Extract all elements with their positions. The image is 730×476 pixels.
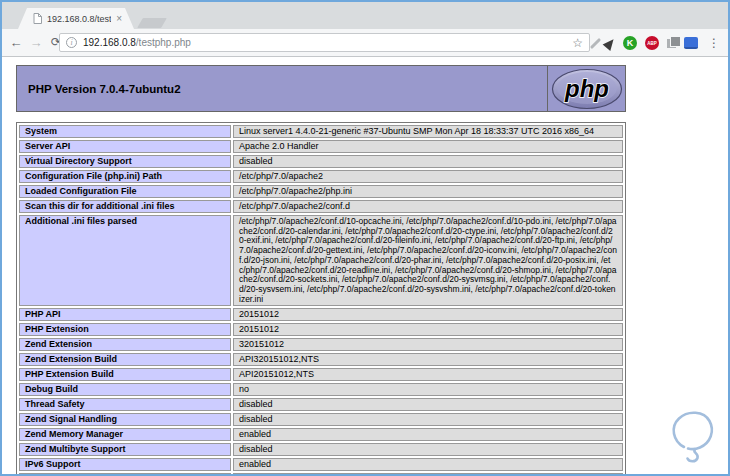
blue-extension-icon[interactable] <box>684 37 698 49</box>
info-label-cell: Server API <box>19 140 231 153</box>
url-path: /testphp.php <box>136 37 191 48</box>
info-row: Virtual Directory Support disabled <box>19 155 623 168</box>
info-row: IPv6 Support enabled <box>19 458 623 471</box>
info-label-cell: Configuration File (php.ini) Path <box>19 170 231 183</box>
info-value-cell: /etc/php/7.0/apache2/conf.d/10-opcache.i… <box>233 215 623 306</box>
tab-title: 192.168.0.8/testphp.php <box>47 14 111 24</box>
phpinfo-header: PHP Version 7.0.4-7ubuntu2 php <box>16 65 626 112</box>
info-row: PHP API 20151012 <box>19 308 623 321</box>
info-value-cell: no <box>233 383 623 396</box>
info-value-cell: disabled <box>233 413 623 426</box>
browser-window: 192.168.0.8/testphp.php × ← → ⟳ i 192.16… <box>0 0 730 476</box>
php-logo: php <box>547 66 625 111</box>
watermark-logo-icon <box>654 402 728 476</box>
info-value-cell: disabled <box>233 443 623 456</box>
info-row: PHP Extension Build API20151012,NTS <box>19 368 623 381</box>
browser-menu-icon[interactable]: ⋮ <box>706 37 722 49</box>
info-row: Scan this dir for additional .ini files … <box>19 200 623 213</box>
info-value-cell: 20151012 <box>233 323 623 336</box>
info-row: Debug Build no <box>19 383 623 396</box>
info-row: System Linux server1 4.4.0-21-generic #3… <box>19 125 623 138</box>
squares-extension-icon[interactable] <box>667 39 676 48</box>
pen-extension-icon[interactable] <box>590 37 601 48</box>
forward-button: → <box>26 36 46 49</box>
info-label-cell: Thread Safety <box>19 398 231 411</box>
info-value-cell: disabled <box>233 155 623 168</box>
info-value-cell: 20151012 <box>233 308 623 321</box>
bookmark-star-icon[interactable]: ☆ <box>572 36 583 50</box>
php-logo-icon: php <box>551 68 623 110</box>
info-row: Additional .ini files parsed /etc/php/7.… <box>19 215 623 306</box>
url-host: 192.168.0.8 <box>83 37 136 48</box>
info-row: Configuration File (php.ini) Path /etc/p… <box>19 170 623 183</box>
cursor-extension-icon[interactable] <box>603 36 618 51</box>
info-value-cell: API20151012,NTS <box>233 368 623 381</box>
info-row: PHP Extension 20151012 <box>19 323 623 336</box>
info-label-cell: IPv6 Support <box>19 458 231 471</box>
info-label-cell: Zend Memory Manager <box>19 428 231 441</box>
info-value-cell: 320151012 <box>233 338 623 351</box>
info-label-cell: Debug Build <box>19 383 231 396</box>
info-label-cell: Zend Extension Build <box>19 353 231 366</box>
info-row: Zend Extension 320151012 <box>19 338 623 351</box>
info-label-cell: Zend Extension <box>19 338 231 351</box>
new-tab-button[interactable] <box>137 18 167 28</box>
page-favicon-icon <box>33 13 42 24</box>
php-version-title: PHP Version 7.0.4-7ubuntu2 <box>17 83 181 95</box>
tab-close-icon[interactable]: × <box>116 14 122 24</box>
info-value-cell: enabled <box>233 428 623 441</box>
info-label-cell: Scan this dir for additional .ini files <box>19 200 231 213</box>
info-row: Zend Memory Manager enabled <box>19 428 623 441</box>
info-value-cell: Linux server1 4.4.0-21-generic #37-Ubunt… <box>233 125 623 138</box>
info-label-cell: Additional .ini files parsed <box>19 215 231 306</box>
back-button[interactable]: ← <box>6 36 26 49</box>
svg-text:php: php <box>564 75 609 102</box>
info-row: Zend Multibyte Support disabled <box>19 443 623 456</box>
info-label-cell: PHP API <box>19 308 231 321</box>
info-value-cell: disabled <box>233 398 623 411</box>
info-row: Loaded Configuration File /etc/php/7.0/a… <box>19 185 623 198</box>
info-value-cell: /etc/php/7.0/apache2/conf.d <box>233 200 623 213</box>
info-label-cell: Loaded Configuration File <box>19 185 231 198</box>
phpinfo-content: PHP Version 7.0.4-7ubuntu2 php <box>2 57 728 476</box>
info-label-cell: PHP Extension <box>19 323 231 336</box>
page-viewport: PHP Version 7.0.4-7ubuntu2 php <box>2 57 728 476</box>
info-label-cell: Zend Signal Handling <box>19 413 231 426</box>
info-row: Server API Apache 2.0 Handler <box>19 140 623 153</box>
info-row: Thread Safety disabled <box>19 398 623 411</box>
keepass-extension-icon[interactable]: K <box>623 36 637 50</box>
browser-tab[interactable]: 192.168.0.8/testphp.php × <box>18 8 134 29</box>
tab-bar: 192.168.0.8/testphp.php × <box>2 2 728 29</box>
info-label-cell: Zend Multibyte Support <box>19 443 231 456</box>
info-label-cell: PHP Extension Build <box>19 368 231 381</box>
address-bar[interactable]: i 192.168.0.8/testphp.php ☆ <box>59 33 590 52</box>
info-value-cell: /etc/php/7.0/apache2/php.ini <box>233 185 623 198</box>
extension-row: K ABP ⋮ <box>594 29 722 57</box>
info-label-cell: System <box>19 125 231 138</box>
page-info-icon[interactable]: i <box>66 37 77 48</box>
info-value-cell: enabled <box>233 458 623 471</box>
url-text[interactable]: 192.168.0.8/testphp.php <box>83 37 566 48</box>
info-label-cell: Virtual Directory Support <box>19 155 231 168</box>
info-row: Zend Extension Build API320151012,NTS <box>19 353 623 366</box>
info-row: Zend Signal Handling disabled <box>19 413 623 426</box>
browser-toolbar: ← → ⟳ i 192.168.0.8/testphp.php ☆ K ABP … <box>2 29 728 57</box>
info-value-cell: /etc/php/7.0/apache2 <box>233 170 623 183</box>
info-value-cell: Apache 2.0 Handler <box>233 140 623 153</box>
phpinfo-table: System Linux server1 4.4.0-21-generic #3… <box>16 122 626 476</box>
adblock-extension-icon[interactable]: ABP <box>645 36 659 50</box>
info-value-cell: API320151012,NTS <box>233 353 623 366</box>
